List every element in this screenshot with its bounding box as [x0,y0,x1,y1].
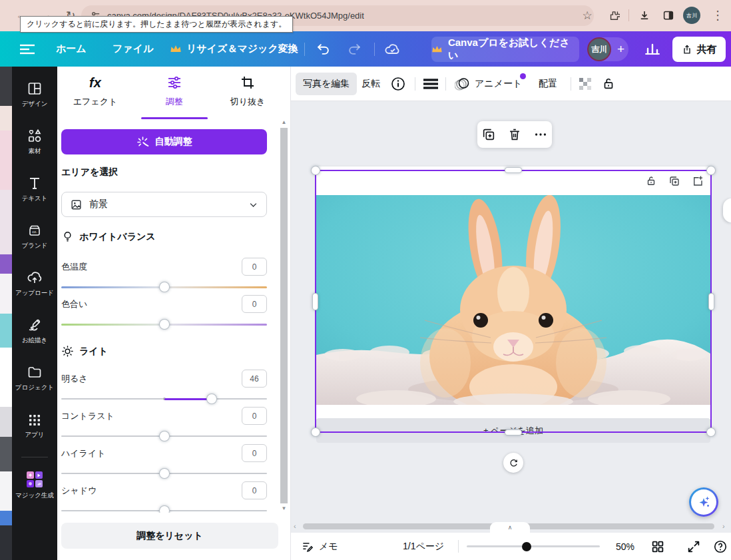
effects-fx-icon: fx [89,75,101,91]
position-button[interactable]: 配置 [539,67,557,101]
value-input[interactable]: 0 [242,258,267,276]
resize-handle-sw[interactable] [311,427,320,437]
account-group[interactable]: + 吉川 [587,37,628,61]
rotate-handle[interactable] [503,453,523,473]
value-input[interactable]: 46 [242,370,267,388]
duplicate-page-icon[interactable] [668,175,680,187]
slider-handle[interactable] [159,431,170,441]
tab-crop[interactable]: 切り抜き [218,75,278,108]
scrollbar-thumb[interactable] [280,128,288,503]
scroll-down-icon[interactable]: ▼ [280,505,288,513]
slider-handle[interactable] [159,468,170,479]
chevron-down-icon [248,200,258,210]
share-button[interactable]: 共有 [672,37,726,62]
expand-sheet-tab[interactable]: ∧ [490,522,530,533]
value-input[interactable]: 0 [242,444,267,462]
browser-menu-kebab-icon[interactable]: ⋮ [708,6,727,25]
rotate-icon [509,458,519,468]
zoom-slider[interactable] [467,545,600,547]
resize-handle-e[interactable] [708,293,714,310]
zoom-level[interactable]: 50% [616,533,634,560]
menu-resize-magic[interactable]: リサイズ＆マジック変換 [170,31,298,67]
value-input[interactable]: 0 [242,407,267,425]
resize-handle-se[interactable] [706,427,716,437]
edit-photo-button[interactable]: 写真を編集 [296,73,357,95]
notes-button[interactable]: メモ [301,533,338,560]
hscroll-left-icon[interactable]: ‹ [294,522,296,530]
bookmark-star-icon[interactable]: ☆ [578,6,597,25]
brightness-slider[interactable] [61,394,267,404]
design-page[interactable] [316,166,710,420]
magic-generate-icon [26,471,43,488]
sidebar-item-text[interactable]: テキスト [12,170,57,207]
undo-icon[interactable] [316,31,332,67]
temperature-slider[interactable] [61,282,267,292]
delete-trash-icon[interactable] [507,127,522,142]
try-canva-pro-button[interactable]: Canvaプロをお試しください [431,37,579,62]
scroll-up-icon[interactable]: ▲ [280,119,288,127]
user-avatar[interactable]: 吉川 [587,37,611,61]
resize-handle-nw[interactable] [311,166,320,175]
sidebar-item-projects[interactable]: プロジェクト [12,360,57,396]
notes-icon [301,540,314,553]
tint-slider[interactable] [61,319,267,330]
toolbar-divider [415,77,415,91]
animate-button[interactable]: アニメート [455,67,522,101]
flip-button[interactable]: 反転 [362,67,380,101]
tab-effects[interactable]: fx エフェクト [65,75,125,108]
menu-file[interactable]: ファイル [113,31,153,67]
slider-handle[interactable] [159,319,170,330]
insights-chart-icon[interactable] [638,37,667,62]
area-select-title: エリアを選択 [61,166,118,178]
sidebar-item-draw[interactable]: お絵描き [12,312,57,349]
download-icon[interactable] [635,6,654,25]
area-select-dropdown[interactable]: 前景 [61,192,267,217]
reset-adjustments-button[interactable]: 調整をリセット [61,523,278,549]
browser-profile-avatar[interactable]: 吉川 [683,7,700,24]
apps-icon [27,412,43,427]
sidebar-item-elements[interactable]: 素材 [12,123,57,160]
duplicate-icon[interactable] [481,127,496,142]
add-member-button[interactable]: + [617,42,624,57]
extensions-icon[interactable] [605,6,623,25]
info-icon[interactable] [390,67,406,101]
grid-view-icon[interactable] [650,533,665,560]
value-input[interactable]: 0 [242,295,267,313]
sidebar-item-design[interactable]: デザイン [12,76,57,113]
side-panel-icon[interactable] [659,6,678,25]
redo-icon[interactable] [346,31,362,67]
contrast-slider[interactable] [61,431,267,441]
hscroll-right-icon[interactable]: › [722,522,725,530]
add-page-icon[interactable] [692,175,704,187]
resize-handle-s[interactable] [505,429,522,435]
slider-handle[interactable] [159,282,170,292]
panel-collapse-handle[interactable] [723,198,731,222]
menu-home[interactable]: ホーム [56,31,87,67]
fullscreen-icon[interactable] [686,533,701,560]
page-count[interactable]: 1/1ページ [403,533,444,560]
resize-handle-ne[interactable] [706,166,716,175]
rabbit-photo[interactable] [316,195,710,405]
sidebar-item-apps[interactable]: アプリ [12,407,57,443]
help-icon[interactable] [713,533,728,560]
layers-icon[interactable] [423,67,439,101]
highlights-slider[interactable] [61,468,267,479]
panel-scrollbar[interactable]: ▲ ▼ [280,119,288,513]
sidebar-item-magic-generate[interactable]: マジック生成 [12,467,57,503]
sidebar-item-uploads[interactable]: アップロード [12,265,57,302]
magic-assistant-button[interactable] [689,487,718,517]
page-lock-icon[interactable] [645,175,657,187]
lock-icon[interactable] [601,67,616,101]
slider-row-highlights: ハイライト 0 [61,444,267,462]
resize-handle-w[interactable] [312,293,318,310]
main-menu-hamburger-icon[interactable] [20,31,35,67]
auto-adjust-button[interactable]: 自動調整 [61,129,267,154]
tab-adjust[interactable]: 調整 [144,75,204,108]
more-options-icon[interactable] [533,127,548,142]
transparency-icon[interactable] [577,67,593,101]
zoom-slider-handle[interactable] [522,542,531,551]
slider-handle[interactable] [206,394,217,404]
resize-handle-n[interactable] [505,167,522,173]
value-input[interactable]: 0 [242,481,267,499]
sidebar-item-brand[interactable]: co. ブランド [12,218,57,254]
